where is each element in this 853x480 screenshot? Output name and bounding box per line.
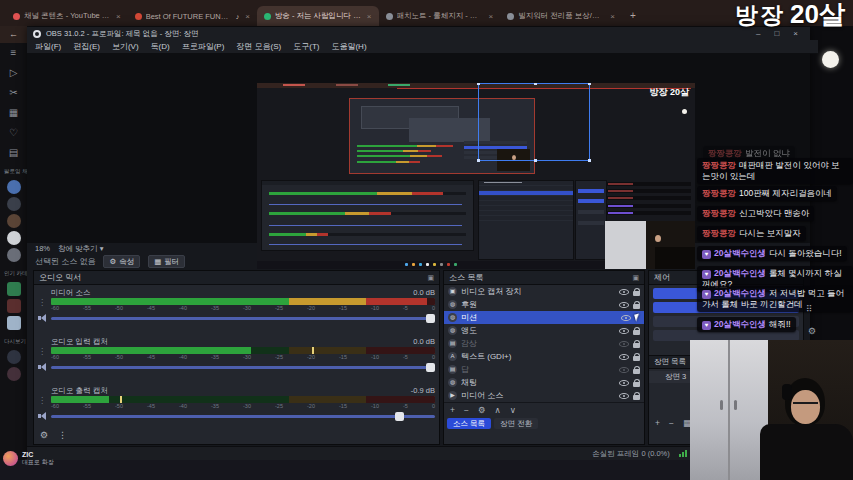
slider-knob[interactable] [426,314,435,323]
lock-icon[interactable] [633,382,640,387]
tab-close-icon[interactable]: × [489,12,494,21]
cut-icon[interactable]: ✂ [0,83,27,103]
lock-icon[interactable] [633,343,640,348]
menu-tools[interactable]: 도구(T) [293,41,319,52]
source-row-media-source[interactable]: ▶ 미디어 소스 [444,389,644,402]
category-thumbnail[interactable] [7,299,21,313]
overlay-gear-icon[interactable]: ⚙ [808,326,816,336]
visibility-eye-icon[interactable] [619,302,629,308]
storage-icon[interactable]: ▤ [0,143,27,163]
drag-handle-icon[interactable]: ⋮ [38,349,46,355]
tab-close-icon[interactable]: × [116,12,121,21]
source-row-gamsang-hidden[interactable]: ▤ 감상 [444,337,644,350]
remove-source-button[interactable]: − [464,405,469,415]
overlay-grid-handle-icon[interactable]: ⠿ [806,304,813,314]
visibility-eye-icon[interactable] [619,393,629,399]
tab-close-icon[interactable]: × [245,12,250,21]
lock-icon[interactable] [633,356,640,361]
filters-button[interactable]: ▦ 필터 [148,255,185,268]
drag-handle-icon[interactable]: ⋮ [38,300,46,306]
source-properties-button[interactable]: ⚙ [478,405,486,415]
visibility-eye-off-icon[interactable] [619,341,629,347]
tab-scene-transition[interactable]: 장면 전환 [494,418,538,429]
replay-avatar[interactable] [7,350,21,364]
slider-knob[interactable] [395,412,404,421]
tab-close-icon[interactable]: × [367,12,372,21]
preview-selection-box[interactable] [478,83,590,161]
visibility-eye-icon[interactable] [619,380,629,386]
remove-scene-button[interactable]: − [669,418,674,428]
tab-future-funk[interactable]: Best Of FUTURE FUNK Mi ♪ × [128,6,257,26]
volume-slider[interactable] [51,361,435,373]
scene-preview[interactable]: 방장 20살 [257,83,695,269]
follow-heart-icon[interactable]: ♡ [0,123,27,143]
volume-slider[interactable] [51,312,435,324]
lock-icon[interactable] [633,369,640,374]
speaker-icon[interactable] [38,314,47,322]
source-row-mission-selected[interactable]: ◍ 미션 [444,311,644,324]
source-row-aengdo[interactable]: ◍ 앵도 [444,324,644,337]
visibility-eye-off-icon[interactable] [619,367,629,373]
category-thumbnail[interactable] [7,316,21,330]
menu-view[interactable]: 보기(V) [112,41,139,52]
mixer-settings-icon[interactable]: ⚙ [40,430,48,440]
source-row-donation[interactable]: ◍ 후원 [444,298,644,311]
mixer-more-icon[interactable]: ⋮ [58,430,67,440]
clips-icon[interactable]: ▷ [0,63,27,83]
source-row-text-gdi[interactable]: A 텍스트 (GDI+) [444,350,644,363]
wardrobe-background [690,340,768,480]
volume-slider[interactable] [51,410,435,422]
tab-close-icon[interactable]: × [610,12,615,21]
chat-message: 짱짱콩깡100판째 제자리걸음이네 [697,186,837,201]
properties-button[interactable]: ⚙ 속성 [103,255,140,268]
lock-icon[interactable] [633,330,640,335]
lock-icon[interactable] [633,304,640,309]
audio-mixer-header[interactable]: 오디오 믹서 ▣ [34,271,439,285]
browser-back-button[interactable]: ← [0,26,27,43]
visibility-eye-icon[interactable] [619,328,629,334]
channel-avatar[interactable] [7,197,21,211]
add-source-button[interactable]: + [450,405,455,415]
source-list-header[interactable]: 소스 목록 ▣ [444,271,644,285]
menu-profile[interactable]: 프로파일(P) [182,41,225,52]
source-row-dap-hidden[interactable]: ▤ 답 [444,363,644,376]
visibility-eye-icon[interactable] [619,289,629,295]
channel-avatar[interactable] [7,248,21,262]
category-grid-icon[interactable]: ▦ [0,103,27,123]
menu-scene-collection[interactable]: 장면 모음(S) [236,41,281,52]
lock-icon[interactable] [633,395,640,400]
menu-file[interactable]: 파일(F) [35,41,61,52]
lock-icon[interactable] [633,291,640,296]
channel-avatar[interactable] [7,231,21,245]
visibility-eye-icon[interactable] [621,315,631,321]
visibility-eye-icon[interactable] [619,354,629,360]
drag-handle-icon[interactable]: ⋮ [38,398,46,404]
tab-broadcast-active[interactable]: 방송 - 저는 사람입니다 여마 × [257,6,379,26]
menu-help[interactable]: 도움말(H) [331,41,366,52]
speaker-icon[interactable] [38,412,47,420]
menu-docks[interactable]: 독(D) [151,41,170,52]
hamburger-menu-icon[interactable]: ≡ [0,43,27,63]
tab-source-list[interactable]: 소스 목록 [447,418,491,429]
fit-to-window-dropdown[interactable]: 창에 맞추기 ▾ [58,244,103,254]
tab-youtube-studio[interactable]: 채널 콘텐츠 - YouTube Studio × [6,6,128,26]
channel-avatar[interactable] [7,180,21,194]
move-down-button[interactable]: ∨ [510,405,516,415]
move-up-button[interactable]: ∧ [495,405,501,415]
source-row-chat[interactable]: ◍ 채팅 [444,376,644,389]
dock-popout-icon[interactable]: ▣ [632,274,639,282]
obs-title-bar[interactable]: OBS 31.0.2 - 프로파일: 제목 없음 - 장면: 장면 – □ × [27,27,810,40]
dock-popout-icon[interactable]: ▣ [427,274,434,282]
add-scene-button[interactable]: + [655,418,660,428]
menu-edit[interactable]: 편집(E) [73,41,100,52]
category-thumbnail[interactable] [7,282,21,296]
source-row-video-capture[interactable]: ▣ 비디오 캡처 장치 [444,285,644,298]
replay-avatar[interactable] [7,367,21,381]
speaker-icon[interactable] [38,363,47,371]
new-tab-button[interactable]: + [626,9,640,23]
channel-avatar[interactable] [7,214,21,228]
tab-patch-notes[interactable]: 패치노트 - 롤체지지 - 전략적 × [379,6,501,26]
slider-knob[interactable] [426,363,435,372]
dropped-frames-label: 손실된 프레임 0 (0.0%) [592,449,670,459]
tab-bilgewater[interactable]: 빌지워터 전리품 보상/획득률 × [500,6,622,26]
